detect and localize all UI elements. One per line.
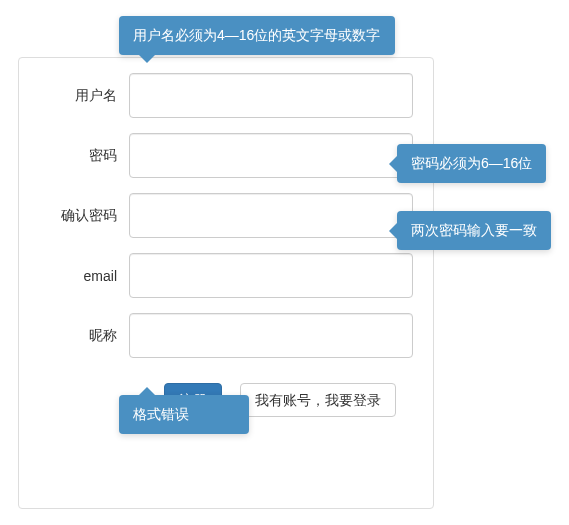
nickname-error-popover: 格式错误 bbox=[119, 395, 249, 434]
username-row: 用户名 bbox=[39, 73, 413, 118]
password-label: 密码 bbox=[39, 147, 129, 165]
popover-arrow-icon bbox=[139, 387, 155, 395]
password-hint-text: 密码必须为6—16位 bbox=[411, 155, 532, 171]
nickname-error-text: 格式错误 bbox=[133, 406, 189, 422]
username-input[interactable] bbox=[129, 73, 413, 118]
nickname-input[interactable] bbox=[129, 313, 413, 358]
confirm-hint-text: 两次密码输入要一致 bbox=[411, 222, 537, 238]
password-input[interactable] bbox=[129, 133, 413, 178]
login-link-button[interactable]: 我有账号，我要登录 bbox=[240, 383, 396, 417]
confirm-password-label: 确认密码 bbox=[39, 207, 129, 225]
username-hint-popover: 用户名必须为4—16位的英文字母或数字 bbox=[119, 16, 395, 55]
email-row: email bbox=[39, 253, 413, 298]
password-hint-popover: 密码必须为6—16位 bbox=[397, 144, 546, 183]
popover-arrow-icon bbox=[389, 156, 397, 172]
popover-arrow-icon bbox=[389, 223, 397, 239]
nickname-row: 昵称 bbox=[39, 313, 413, 358]
email-label: email bbox=[39, 268, 129, 284]
username-label: 用户名 bbox=[39, 87, 129, 105]
popover-arrow-icon bbox=[139, 55, 155, 63]
confirm-password-input[interactable] bbox=[129, 193, 413, 238]
email-input[interactable] bbox=[129, 253, 413, 298]
nickname-label: 昵称 bbox=[39, 327, 129, 345]
confirm-password-row: 确认密码 bbox=[39, 193, 413, 238]
username-hint-text: 用户名必须为4—16位的英文字母或数字 bbox=[133, 27, 380, 43]
registration-panel: 用户名 密码 确认密码 email 昵称 注册 我有账号，我要登录 bbox=[18, 57, 434, 509]
confirm-hint-popover: 两次密码输入要一致 bbox=[397, 211, 551, 250]
password-row: 密码 bbox=[39, 133, 413, 178]
